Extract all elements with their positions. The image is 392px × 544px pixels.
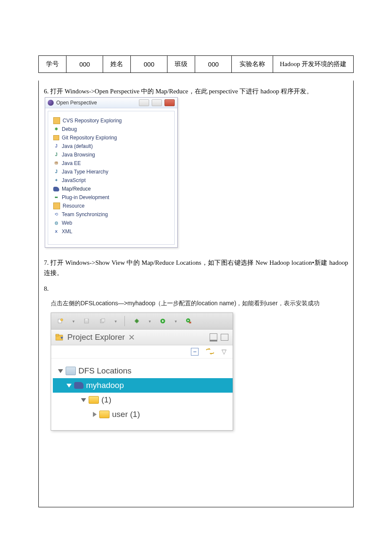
cvs-icon — [53, 117, 60, 124]
name-value: 000 — [131, 56, 167, 73]
project-explorer-panel: ▾ ▾ ▾ ▾ — [51, 313, 233, 431]
dialog-titlebar: Open Perspective — [45, 98, 177, 108]
perspective-item-resource[interactable]: Resource — [52, 202, 172, 210]
perspective-item-java-ee[interactable]: ⛃Java EE — [52, 159, 172, 168]
body-wrap: 6. 打开 Windows->Open Perspective 中的 Map/R… — [38, 81, 354, 507]
perspective-item-java-type-hierarchy[interactable]: JJava Type Hierarchy — [52, 168, 172, 176]
folder2-label: user (1) — [112, 407, 140, 422]
debug-icon[interactable] — [133, 317, 141, 325]
connection-label: myhadoop — [86, 378, 124, 393]
header-table: 学号 000 姓名 000 班级 000 实验名称 Hadoop 开发环境的搭建 — [38, 55, 354, 73]
collapse-all-icon[interactable]: − — [191, 348, 199, 356]
step-8: 8. — [44, 284, 348, 294]
collapse-icon[interactable] — [93, 412, 97, 417]
perspective-item-team[interactable]: ⟲Team Synchronizing — [52, 210, 172, 219]
team-icon: ⟲ — [53, 211, 59, 217]
view-menu-icon[interactable]: ▽ — [222, 348, 227, 356]
svg-rect-15 — [56, 334, 59, 336]
link-editor-icon[interactable] — [205, 347, 215, 356]
tree-root[interactable]: DFS Locations — [55, 364, 230, 378]
toolbar-separator — [124, 316, 125, 326]
class-value: 000 — [195, 56, 232, 73]
exp-label: 实验名称 — [232, 56, 273, 73]
close-button[interactable] — [164, 99, 175, 106]
dfs-locations-icon — [66, 367, 76, 375]
maximize-view-icon[interactable] — [221, 334, 228, 341]
java-browsing-icon: J — [53, 152, 59, 158]
javascript-icon: ✦ — [53, 177, 59, 183]
exp-value: Hadoop 开发环境的搭建 — [273, 56, 353, 73]
plugin-icon: ⬌ — [53, 194, 59, 200]
git-icon — [53, 135, 59, 141]
expand-icon[interactable] — [81, 398, 86, 402]
expand-icon[interactable] — [58, 369, 63, 373]
java-icon: J — [53, 143, 59, 149]
step-7: 7. 打开 Windows->Show View 中的 Map/Reduce L… — [44, 258, 348, 278]
name-label: 姓名 — [103, 56, 131, 73]
dfs-locations-label: DFS Locations — [78, 364, 132, 378]
tree-folder-user[interactable]: user (1) — [55, 407, 230, 422]
dfs-tree: DFS Locations myhadoop (1) user (1) — [51, 359, 233, 430]
perspective-item-java[interactable]: JJava (default) — [52, 142, 172, 150]
svg-rect-5 — [101, 318, 105, 322]
web-icon: ◍ — [53, 220, 59, 226]
perspective-item-xml[interactable]: XXML — [52, 227, 172, 236]
dfs-note: 点击左侧的DFSLocations—>myhadoop（上一步配置的locati… — [51, 300, 348, 307]
maximize-button[interactable] — [152, 99, 162, 106]
expand-icon[interactable] — [66, 384, 72, 388]
minimize-view-icon[interactable] — [210, 333, 217, 341]
folder-icon — [89, 396, 99, 404]
perspective-item-java-browsing[interactable]: JJava Browsing — [52, 150, 172, 159]
project-explorer-subtoolbar: − ▽ — [51, 345, 233, 359]
tree-connection[interactable]: myhadoop — [53, 378, 233, 393]
dialog-title: Open Perspective — [56, 100, 97, 106]
resource-icon — [53, 203, 60, 209]
minimize-button[interactable] — [139, 99, 149, 106]
javaee-icon: ⛃ — [53, 160, 59, 166]
run-last-icon[interactable] — [184, 317, 193, 325]
folder-icon — [99, 411, 110, 418]
perspective-item-cvs[interactable]: CVS Repository Exploring — [52, 116, 172, 125]
perspective-item-javascript[interactable]: ✦JavaScript — [52, 176, 172, 185]
svg-rect-3 — [85, 319, 88, 321]
svg-rect-13 — [189, 321, 191, 323]
xml-icon: X — [53, 229, 59, 234]
project-explorer-label: Project Explorer — [67, 333, 125, 342]
bug-icon: ✱ — [53, 126, 59, 132]
perspective-item-web[interactable]: ◍Web — [52, 219, 172, 227]
perspective-item-debug[interactable]: ✱Debug — [52, 125, 172, 133]
class-label: 班级 — [167, 56, 195, 73]
eclipse-icon — [48, 100, 54, 106]
perspective-list: CVS Repository Exploring ✱Debug Git Repo… — [48, 111, 175, 245]
save-icon[interactable] — [82, 317, 91, 325]
folder1-label: (1) — [101, 393, 111, 407]
open-perspective-dialog: Open Perspective CVS Repository Explorin… — [45, 97, 178, 248]
tree-folder-1[interactable]: (1) — [55, 393, 230, 407]
sid-value: 000 — [66, 56, 103, 73]
step-6: 6. 打开 Windows->Open Perspective 中的 Map/R… — [44, 87, 348, 96]
eclipse-toolbar: ▾ ▾ ▾ ▾ — [51, 313, 233, 330]
perspective-item-plugin[interactable]: ⬌Plug-in Development — [52, 193, 172, 202]
run-icon[interactable] — [159, 317, 167, 325]
mapreduce-icon — [53, 186, 59, 192]
project-explorer-tab[interactable]: Project Explorer ✕ — [51, 330, 233, 345]
hierarchy-icon: J — [53, 169, 59, 175]
perspective-item-mapreduce[interactable]: Map/Reduce — [52, 185, 172, 193]
svg-point-1 — [61, 318, 63, 321]
folder-nav-icon — [55, 333, 64, 341]
sid-label: 学号 — [39, 56, 66, 73]
perspective-item-git[interactable]: Git Repository Exploring — [52, 133, 172, 142]
hadoop-icon — [74, 382, 84, 389]
save-all-icon[interactable] — [98, 317, 107, 325]
new-wizard-icon[interactable] — [56, 317, 65, 325]
